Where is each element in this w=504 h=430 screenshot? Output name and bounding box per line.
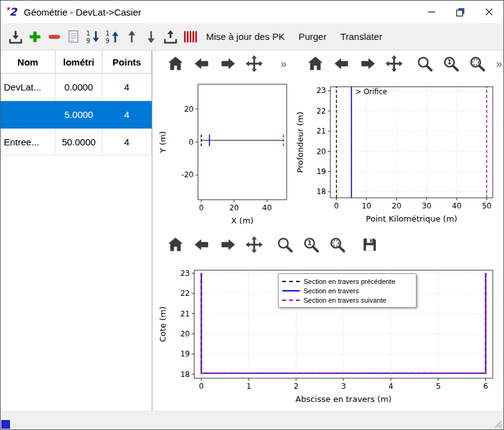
- resize-grip-icon[interactable]: [494, 420, 502, 428]
- section-zoom-one-button[interactable]: [300, 234, 322, 255]
- profile-home-button[interactable]: [305, 53, 326, 74]
- section-home-button[interactable]: [165, 234, 186, 255]
- plan-pan-button[interactable]: [244, 53, 265, 74]
- profile-forward-button[interactable]: [357, 53, 378, 74]
- add-button[interactable]: [25, 26, 44, 47]
- remove-button[interactable]: [44, 26, 64, 47]
- app-icon: 2: [6, 6, 19, 18]
- svg-text:20: 20: [184, 105, 194, 114]
- cell-points[interactable]: 4: [102, 74, 152, 101]
- sections-table: Nom lométri Points DevLat... 0.0000 4 5.…: [1, 51, 152, 411]
- profile-pan-button[interactable]: [383, 53, 405, 74]
- svg-text:0: 0: [334, 202, 339, 210]
- translate-button[interactable]: Translater: [334, 31, 389, 42]
- svg-text:2: 2: [294, 382, 299, 391]
- plus-icon: [27, 29, 43, 45]
- svg-text:Abscisse en travers (m): Abscisse en travers (m): [295, 394, 392, 404]
- svg-text:20: 20: [180, 330, 190, 338]
- cell-pk[interactable]: 5.0000: [56, 101, 102, 129]
- svg-text:50: 50: [482, 202, 492, 210]
- table-row[interactable]: Entree... 50.0000 4: [1, 129, 152, 156]
- svg-text:Cote (m): Cote (m): [158, 306, 167, 342]
- status-icon: [1, 420, 10, 429]
- svg-text:40: 40: [452, 202, 462, 210]
- update-pk-button[interactable]: Mise à jour des PK: [199, 31, 292, 42]
- legend-line-sample: [282, 300, 300, 301]
- table-header: Nom lométri Points: [1, 51, 152, 74]
- plan-plot[interactable]: 02040-20020X (m)Y (m): [157, 78, 293, 231]
- section-save-button[interactable]: [359, 234, 380, 255]
- export-icon: [162, 29, 179, 45]
- section-zoom-button[interactable]: [274, 234, 295, 255]
- import-button[interactable]: [6, 26, 25, 47]
- home-icon: [167, 236, 184, 253]
- pk-stripes-icon: [182, 29, 198, 45]
- move-up-button[interactable]: [122, 26, 141, 47]
- svg-text:9: 9: [106, 37, 109, 44]
- back-arrow-icon: [193, 236, 210, 253]
- arrow-down-icon: [143, 29, 159, 45]
- column-header-nom[interactable]: Nom: [1, 51, 56, 74]
- legend-entry: Section en travers: [282, 286, 412, 295]
- svg-text:9: 9: [86, 37, 90, 44]
- titlebar[interactable]: 2 Géométrie - DevLat->Casier: [1, 1, 503, 23]
- arrow-up-icon: [124, 29, 140, 45]
- main-toolbar: 19 19: [1, 23, 503, 51]
- profile-plot[interactable]: 01020304050181920212223> OrificePoint Ki…: [294, 78, 502, 234]
- window-title: Géométrie - DevLat->Casier: [24, 7, 141, 17]
- minimize-button[interactable]: [417, 1, 446, 23]
- section-back-button[interactable]: [191, 234, 212, 255]
- plan-back-button[interactable]: [191, 53, 212, 74]
- export-button[interactable]: [161, 26, 180, 47]
- svg-text:30: 30: [422, 202, 431, 210]
- sort-ascending-button[interactable]: 19: [102, 26, 122, 47]
- edit-button[interactable]: [64, 26, 83, 47]
- close-button[interactable]: [475, 1, 503, 23]
- cell-pk[interactable]: 50.0000: [56, 129, 102, 156]
- section-forward-button[interactable]: [217, 234, 239, 255]
- profile-zoom-button[interactable]: [414, 53, 435, 74]
- plan-home-button[interactable]: [165, 53, 186, 74]
- section-zoom-selection-button[interactable]: [327, 234, 348, 255]
- legend-entry: Section en travers précédente: [282, 276, 412, 286]
- maximize-button[interactable]: [446, 1, 475, 23]
- cell-points[interactable]: 4: [102, 101, 152, 129]
- svg-text:6: 6: [483, 382, 488, 391]
- cell-nom[interactable]: Entree...: [1, 129, 56, 156]
- close-icon: [485, 8, 493, 16]
- plan-toolbar-overflow-button[interactable]: »: [277, 57, 290, 71]
- sort-descending-icon: 19: [85, 29, 101, 45]
- legend-entry: Section en travers suivante: [282, 295, 412, 305]
- svg-text:23: 23: [317, 86, 326, 95]
- profile-zoom-one-button[interactable]: [440, 53, 462, 74]
- svg-text:4: 4: [388, 382, 393, 391]
- section-pan-button[interactable]: [244, 234, 265, 255]
- sort-descending-button[interactable]: 19: [83, 26, 102, 47]
- legend-line-sample: [282, 290, 300, 291]
- cell-nom[interactable]: DevLat...: [1, 74, 56, 101]
- move-down-button[interactable]: [141, 26, 161, 47]
- svg-text:Point Kilométrique (m): Point Kilométrique (m): [366, 214, 457, 223]
- profile-back-button[interactable]: [331, 53, 352, 74]
- legend-label: Section en travers: [304, 287, 359, 295]
- table-row[interactable]: 5.0000 4: [1, 101, 152, 129]
- table-row[interactable]: DevLat... 0.0000 4: [1, 74, 152, 101]
- profile-zoom-selection-button[interactable]: [467, 53, 488, 74]
- legend-label: Section en travers suivante: [304, 296, 387, 304]
- svg-text:19: 19: [317, 167, 326, 176]
- forward-arrow-icon: [219, 236, 237, 253]
- pk-marks-button[interactable]: [180, 26, 199, 47]
- column-header-pk[interactable]: lométri: [56, 51, 102, 74]
- svg-text:5: 5: [436, 382, 441, 391]
- svg-text:2: 2: [9, 6, 17, 18]
- column-header-points[interactable]: Points: [102, 51, 152, 74]
- cell-pk[interactable]: 0.0000: [56, 74, 102, 101]
- cell-points[interactable]: 4: [102, 129, 152, 156]
- cell-nom[interactable]: [1, 101, 56, 129]
- zoom-selection-icon: [329, 236, 346, 253]
- profile-toolbar-overflow-button[interactable]: »: [493, 57, 504, 71]
- svg-text:18: 18: [180, 370, 190, 379]
- purge-button[interactable]: Purger: [292, 31, 334, 42]
- plan-forward-button[interactable]: [217, 53, 239, 74]
- svg-text:1: 1: [106, 30, 109, 37]
